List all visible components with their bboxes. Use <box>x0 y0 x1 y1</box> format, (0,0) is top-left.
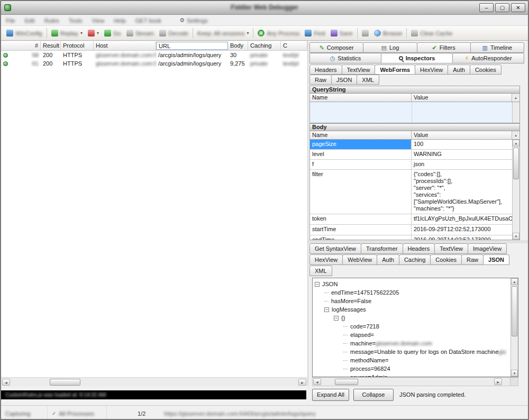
collapse-expander-icon[interactable]: − <box>334 316 339 321</box>
scroll-up-icon[interactable]: ▲ <box>513 140 519 147</box>
qs-name-column[interactable]: Name <box>310 94 412 102</box>
tab-resp-auth[interactable]: Auth <box>377 254 399 265</box>
stream-button[interactable]: Stream <box>124 28 157 38</box>
menu-help[interactable]: Help <box>109 16 131 25</box>
menu-file[interactable]: File <box>1 16 20 25</box>
tab-resp-raw[interactable]: Raw <box>461 254 484 265</box>
tab-resp-transformer[interactable]: Transformer <box>361 243 403 254</box>
body-row-pagesize[interactable]: pageSize 100 <box>310 140 519 150</box>
menu-tools[interactable]: Tools <box>64 16 87 25</box>
body-row-f[interactable]: f json <box>310 160 519 170</box>
tab-resp-xml[interactable]: XML <box>309 266 332 276</box>
column-header-body[interactable]: Body <box>228 41 248 50</box>
body-name-column[interactable]: Name <box>310 131 412 139</box>
tab-resp-json[interactable]: JSON <box>483 254 509 265</box>
any-process-button[interactable]: Any Process <box>255 28 302 38</box>
menu-settings[interactable]: ⚙ Settings <box>175 16 213 25</box>
qs-value-column[interactable]: Value <box>412 94 512 102</box>
column-header-number[interactable]: # <box>1 41 41 50</box>
tree-vscrollbar[interactable]: ▲ ▼ <box>510 278 518 377</box>
tree-node[interactable]: source=Admin <box>313 373 518 377</box>
scroll-right-icon[interactable]: ► <box>494 378 502 385</box>
process-filter[interactable]: ✓ All Processes <box>48 406 107 420</box>
menu-view[interactable]: View <box>87 16 110 25</box>
tab-resp-caching[interactable]: Caching <box>399 254 431 265</box>
tree-node[interactable]: elapsed= <box>313 331 518 339</box>
scroll-up-icon[interactable]: ▲ <box>512 131 519 139</box>
remove-sessions-button[interactable]: ▾ <box>85 28 102 38</box>
tree-node[interactable]: hasMore=False <box>313 297 518 305</box>
save-button[interactable]: Save <box>328 28 355 38</box>
session-row[interactable]: 58 200 HTTPS gisserver.domain.com:6443 /… <box>1 51 307 59</box>
column-header-result[interactable]: Result <box>41 41 61 50</box>
tree-node[interactable]: message=Unable to query for logs on Data… <box>313 348 518 356</box>
hscroll-thumb[interactable] <box>50 379 80 386</box>
vscroll-thumb[interactable] <box>512 286 517 336</box>
go-button[interactable]: Go <box>102 28 124 38</box>
hscroll-thumb[interactable] <box>335 379 358 385</box>
tree-node-object[interactable]: − {} <box>313 314 518 322</box>
quickexec-box[interactable]: CustomRules.js was loaded at: 9:14:32 AM <box>1 390 306 399</box>
column-header-caching[interactable]: Caching <box>248 41 281 50</box>
collapse-expander-icon[interactable]: − <box>324 307 329 312</box>
decode-button[interactable]: Decode <box>157 28 191 38</box>
winconfig-button[interactable]: WinConfig <box>4 28 45 38</box>
find-button[interactable]: Find <box>302 28 327 38</box>
body-row-level[interactable]: level WARNING <box>310 150 519 160</box>
scroll-up-icon[interactable]: ▲ <box>512 94 519 102</box>
body-row-filter[interactable]: filter {"codes":[], "processIds":[], "se… <box>310 170 519 214</box>
tab-statistics[interactable]: ◷ Statistics <box>309 53 381 63</box>
tree-node[interactable]: process=96824 <box>313 364 518 373</box>
tab-req-xml[interactable]: XML <box>357 75 379 85</box>
body-value-column[interactable]: Value <box>412 131 512 139</box>
close-button[interactable]: ✕ <box>511 3 525 12</box>
menu-get-book[interactable]: GET book <box>131 16 166 25</box>
clear-cache-button[interactable]: Clear Cache <box>408 28 455 38</box>
scroll-left-icon[interactable]: ◄ <box>313 378 321 385</box>
tab-req-headers[interactable]: Headers <box>309 65 342 75</box>
scroll-left-icon[interactable]: ◄ <box>2 379 10 386</box>
tab-autoresponder[interactable]: ⚡ AutoResponder <box>452 53 524 63</box>
keep-sessions-dropdown[interactable]: Keep: All sessions ▾ <box>195 29 251 38</box>
browse-button[interactable]: Browse <box>371 28 405 38</box>
tab-req-textview[interactable]: TextView <box>342 65 376 75</box>
tree-node[interactable]: methodName= <box>313 356 518 364</box>
tab-req-cookies[interactable]: Cookies <box>470 65 501 75</box>
scroll-up-icon[interactable]: ▲ <box>511 278 518 285</box>
column-header-protocol[interactable]: Protocol <box>61 41 94 50</box>
tab-resp-get-syntaxview[interactable]: Get SyntaxView <box>309 243 361 254</box>
session-list-hscrollbar[interactable]: ◄ ► <box>1 377 307 386</box>
column-header-contenttype[interactable]: C <box>281 41 307 50</box>
tab-resp-headers[interactable]: Headers <box>403 243 435 254</box>
tab-req-json[interactable]: JSON <box>331 75 357 85</box>
snapshot-button[interactable] <box>359 28 371 38</box>
collapse-expander-icon[interactable]: − <box>315 282 320 287</box>
scroll-down-icon[interactable]: ▼ <box>513 233 519 240</box>
tab-composer[interactable]: ✎ Composer <box>309 42 363 53</box>
tab-log[interactable]: ▤ Log <box>363 42 417 53</box>
capturing-indicator[interactable]: Capturing <box>1 406 48 420</box>
expand-all-button[interactable]: Expand All <box>312 389 349 401</box>
maximize-button[interactable]: ▢ <box>495 3 509 12</box>
tab-resp-hexview[interactable]: HexView <box>309 254 343 265</box>
body-row-starttime[interactable]: startTime 2016-09-29T12:02:52,173000 <box>310 225 519 235</box>
scroll-down-icon[interactable]: ▼ <box>511 370 518 377</box>
collapse-button[interactable]: Collapse <box>353 389 394 401</box>
tab-resp-imageview[interactable]: ImageView <box>468 243 507 254</box>
tab-timeline[interactable]: ▥ Timeline <box>470 42 524 53</box>
session-row[interactable]: 61 200 HTTPS gisserver.domain.com:6443 /… <box>1 59 307 68</box>
tree-node-logmessages[interactable]: − logMessages <box>313 305 518 314</box>
qs-vscrollbar[interactable] <box>512 102 519 123</box>
body-vscrollbar[interactable]: ▲ ▼ <box>512 140 519 240</box>
body-row-endtime[interactable]: endTime 2016-09-29T14:02:52,173000 <box>310 235 519 240</box>
tab-req-hexview[interactable]: HexView <box>415 65 448 75</box>
tree-hscrollbar[interactable]: ◄ ► <box>312 377 518 386</box>
tab-resp-cookies[interactable]: Cookies <box>430 254 462 265</box>
vscroll-thumb[interactable] <box>513 148 519 179</box>
tab-req-raw[interactable]: Raw <box>309 75 332 85</box>
minimize-button[interactable]: – <box>479 3 494 12</box>
scroll-right-icon[interactable]: ► <box>298 379 306 386</box>
tab-inspectors[interactable]: Inspectors <box>381 53 453 63</box>
body-row-token[interactable]: token tf1lcLAYgPsUzh_BpJxulUK4ETDusaOorC <box>310 214 519 225</box>
tree-node[interactable]: machine= gisserver.domain.com <box>313 339 518 348</box>
